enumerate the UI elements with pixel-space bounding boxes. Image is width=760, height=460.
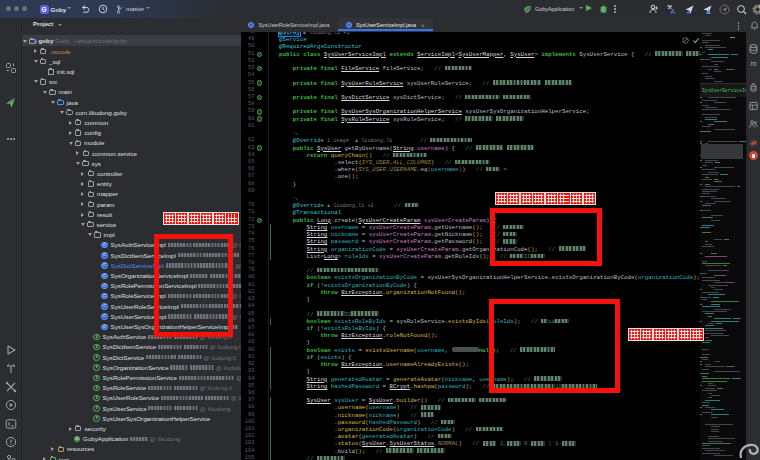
svg-text:A: A <box>671 8 676 15</box>
